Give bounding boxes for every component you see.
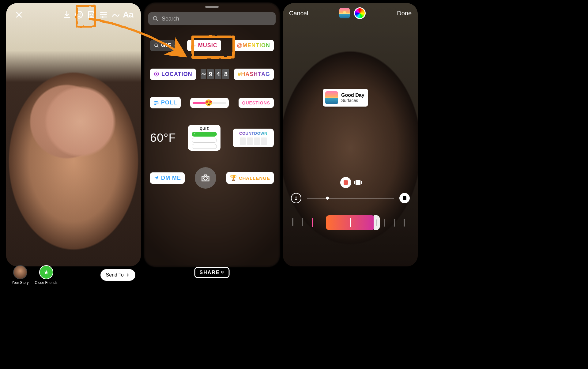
music-editor-topbar: Cancel Done: [283, 7, 418, 19]
gif-label: GIF: [161, 42, 171, 49]
trim-handle[interactable]: [374, 215, 380, 230]
album-thumbnail[interactable]: [339, 8, 350, 18]
svg-rect-13: [194, 45, 195, 46]
poll-label: POLL: [161, 100, 177, 106]
poll-icon: [154, 100, 159, 106]
stop-button[interactable]: [399, 193, 410, 203]
dm-me-sticker[interactable]: DM ME: [150, 172, 185, 184]
close-icon[interactable]: [13, 9, 25, 21]
close-friends-button[interactable]: ★ Close Friends: [35, 265, 58, 285]
challenge-label: CHALLENGE: [239, 175, 270, 181]
questions-sticker[interactable]: QUESTIONS: [239, 98, 274, 108]
quiz-label: QUIZ: [200, 127, 209, 130]
sound-bars-icon: [191, 43, 196, 48]
svg-rect-10: [191, 45, 192, 46]
done-button[interactable]: Done: [397, 10, 412, 17]
lyric-selector[interactable]: [292, 214, 409, 231]
music-label: MUSIC: [198, 42, 217, 49]
search-icon: [154, 43, 159, 48]
sticker-search[interactable]: Search: [148, 12, 276, 25]
svg-point-5: [101, 12, 103, 13]
heart-eyes-emoji: 😍: [205, 99, 213, 106]
story-editor-screen: Aa: [6, 3, 141, 266]
tray-handle[interactable]: [205, 6, 219, 8]
scrubber-track[interactable]: [307, 198, 394, 198]
hashtag-sticker[interactable]: #HASHTAG: [234, 69, 274, 80]
music-sticker[interactable]: MUSIC: [187, 40, 221, 51]
scrubber-thumb[interactable]: [326, 197, 329, 200]
sticker-icon[interactable]: [85, 9, 97, 21]
search-placeholder: Search: [162, 16, 179, 22]
countdown-label: COUNTDOWN: [239, 131, 267, 136]
display-style-toggle: [340, 177, 360, 188]
svg-point-7: [102, 16, 104, 18]
camera-icon: [200, 173, 211, 183]
countdown-sticker[interactable]: COUNTDOWN: [233, 129, 274, 147]
story-share-bar: Your Story ★ Close Friends Send To: [6, 262, 141, 288]
dm-me-label: DM ME: [161, 175, 181, 181]
chevron-right-icon: [126, 273, 130, 277]
svg-point-17: [204, 177, 207, 180]
send-to-label: Send To: [106, 272, 124, 278]
quiz-option: [192, 138, 217, 143]
quiz-option-selected: [192, 132, 217, 137]
pin-icon: ⦿: [154, 71, 160, 77]
camera-sticker[interactable]: [195, 167, 216, 189]
weather-sticker[interactable]: 60°F: [150, 131, 176, 145]
challenge-sticker[interactable]: 🏆 CHALLENGE: [226, 172, 274, 184]
star-icon: ★: [39, 265, 53, 279]
text-tool-button[interactable]: Aa: [122, 9, 134, 21]
quiz-option: [192, 144, 217, 149]
send-to-button[interactable]: Send To: [100, 269, 135, 281]
trophy-icon: 🏆: [230, 175, 237, 181]
mention-label: @MENTION: [237, 42, 270, 49]
location-sticker[interactable]: ⦿ LOCATION: [150, 69, 196, 80]
color-picker-icon[interactable]: [354, 7, 366, 19]
time-sticker[interactable]: AM 9 4 8: [199, 68, 230, 81]
style-option-compact[interactable]: [356, 180, 360, 185]
song-title: Good Day: [341, 92, 364, 98]
svg-point-2: [80, 14, 81, 14]
clip-duration-badge[interactable]: 2: [291, 193, 301, 203]
clock-min1: 4: [215, 69, 221, 79]
clock-min2: 8: [222, 69, 229, 79]
location-label: LOCATION: [161, 71, 192, 77]
style-option-artwork[interactable]: [340, 177, 351, 188]
share-button[interactable]: SHARE »: [194, 267, 230, 278]
draw-icon[interactable]: [110, 9, 122, 21]
music-scrubber: 2: [291, 193, 410, 203]
your-story-label: Your Story: [12, 281, 29, 285]
music-editor-screen: Cancel Done Good Day Surfaces 2: [283, 3, 418, 266]
clock-hour: 9: [207, 69, 214, 79]
svg-point-1: [78, 14, 78, 14]
effects-icon[interactable]: [97, 9, 110, 21]
svg-rect-14: [154, 101, 158, 102]
svg-rect-16: [154, 104, 156, 104]
questions-label: QUESTIONS: [242, 100, 270, 105]
chevron-down-icon: »: [220, 271, 225, 274]
song-artist: Surfaces: [341, 98, 364, 103]
svg-rect-11: [192, 44, 193, 47]
face-filter-icon[interactable]: [73, 9, 85, 21]
story-toolbar: Aa: [6, 9, 141, 21]
download-icon[interactable]: [61, 9, 73, 21]
emoji-slider-sticker[interactable]: 😍: [190, 98, 229, 108]
svg-point-3: [90, 14, 91, 15]
your-story-button[interactable]: Your Story: [12, 265, 29, 285]
cancel-button[interactable]: Cancel: [289, 10, 308, 17]
share-label: SHARE: [200, 270, 220, 275]
close-friends-label: Close Friends: [35, 281, 58, 285]
selected-segment[interactable]: [326, 215, 375, 230]
mention-sticker[interactable]: @MENTION: [233, 40, 274, 51]
svg-point-4: [92, 14, 93, 15]
avatar: [13, 265, 27, 279]
poll-sticker[interactable]: POLL: [150, 97, 181, 108]
music-sticker-preview[interactable]: Good Day Surfaces: [323, 89, 368, 107]
quiz-sticker[interactable]: QUIZ: [188, 125, 221, 151]
svg-point-6: [104, 14, 106, 16]
svg-rect-12: [194, 45, 194, 47]
clock-ampm: AM: [201, 69, 206, 79]
album-art: [325, 91, 338, 104]
hashtag-label: #HASHTAG: [238, 71, 270, 77]
gif-sticker[interactable]: GIF: [150, 40, 175, 51]
